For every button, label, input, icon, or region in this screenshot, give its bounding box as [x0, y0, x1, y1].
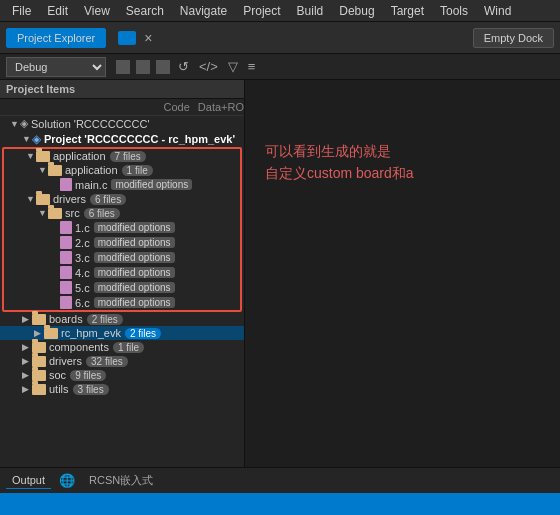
boards-label: boards [49, 313, 83, 325]
secondary-toolbar: Debug ↺ </> ▽ ≡ [0, 54, 560, 80]
file-1c-tag: modified options [94, 222, 175, 233]
solution-item[interactable]: ▼ ◈ Solution 'RCCCCCCCC' [0, 116, 244, 131]
components-badge: 1 file [113, 342, 144, 353]
application-badge: 7 files [110, 151, 146, 162]
src-label: src [65, 207, 80, 219]
src-arrow: ▼ [38, 208, 48, 218]
soc-label: soc [49, 369, 66, 381]
toolbar: Project Explorer × Empty Dock [0, 22, 560, 54]
drivers2-folder-icon [32, 356, 46, 367]
drivers-folder-icon [36, 194, 50, 205]
output-tab[interactable]: Output [6, 472, 51, 489]
menu-project[interactable]: Project [235, 2, 288, 20]
components-folder-icon [32, 342, 46, 353]
components-arrow: ▶ [22, 342, 32, 352]
file-1c-item[interactable]: 1.c modified options [4, 220, 240, 235]
project-item[interactable]: ▼ ◈ Project 'RCCCCCCCC - rc_hpm_evk' [0, 131, 244, 147]
rc-folder-icon [44, 328, 58, 339]
file-2c-tag: modified options [94, 237, 175, 248]
boards-arrow: ▶ [22, 314, 32, 324]
main-c-label: main.c [75, 179, 107, 191]
empty-dock-button[interactable]: Empty Dock [473, 28, 554, 48]
annotation-area: 可以看到生成的就是 自定义custom board和a [245, 80, 560, 467]
boards-folder[interactable]: ▶ boards 2 files [0, 312, 244, 326]
menu-edit[interactable]: Edit [39, 2, 76, 20]
close-button[interactable]: × [140, 30, 156, 46]
boards-badge: 2 files [87, 314, 123, 325]
drivers-folder[interactable]: ▼ drivers 6 files [4, 192, 240, 206]
file-1c-label: 1.c [75, 222, 90, 234]
project-explorer-panel: Project Items Code Data+RO ▼ ◈ Solution … [0, 80, 245, 467]
file-tree: ▼ ◈ Solution 'RCCCCCCCC' ▼ ◈ Project 'RC… [0, 116, 244, 467]
drivers2-badge: 32 files [86, 356, 128, 367]
panel-header: Output 🌐 RCSN嵌入式 [0, 467, 560, 493]
annotation-line2: 自定义custom board和a [265, 162, 414, 184]
file-5c-tag: modified options [94, 282, 175, 293]
refresh-icon[interactable]: ↺ [176, 59, 191, 74]
menu-file[interactable]: File [4, 2, 39, 20]
file-6c-icon [60, 296, 72, 309]
utils-arrow: ▶ [22, 384, 32, 394]
menu-search[interactable]: Search [118, 2, 172, 20]
menu-wind[interactable]: Wind [476, 2, 519, 20]
app-sub-label: application [65, 164, 118, 176]
application-folder[interactable]: ▼ application 7 files [4, 149, 240, 163]
file-3c-item[interactable]: 3.c modified options [4, 250, 240, 265]
annotation-text: 可以看到生成的就是 自定义custom board和a [265, 140, 414, 185]
drivers-badge: 6 files [90, 194, 126, 205]
file-2c-item[interactable]: 2.c modified options [4, 235, 240, 250]
src-badge: 6 files [84, 208, 120, 219]
components-folder[interactable]: ▶ components 1 file [0, 340, 244, 354]
drivers-arrow: ▼ [26, 194, 36, 204]
rc-arrow: ▶ [34, 328, 44, 338]
application-arrow: ▼ [26, 151, 36, 161]
menu-target[interactable]: Target [383, 2, 432, 20]
main-c-item[interactable]: main.c modified options [4, 177, 240, 192]
filter-icon[interactable]: ▽ [226, 59, 240, 74]
debug-select[interactable]: Debug [6, 57, 106, 77]
menu-debug[interactable]: Debug [331, 2, 382, 20]
menu-icon[interactable]: ≡ [246, 59, 258, 74]
project-label: Project 'RCCCCCCCC - rc_hpm_evk' [44, 133, 235, 145]
rcsn-tab[interactable]: RCSN嵌入式 [83, 471, 159, 490]
soc-folder-icon [32, 370, 46, 381]
dataro-column-header: Data+RO [198, 101, 244, 113]
app-sub-badge: 1 file [122, 165, 153, 176]
annotation-line1: 可以看到生成的就是 [265, 140, 414, 162]
drivers2-folder[interactable]: ▶ drivers 32 files [0, 354, 244, 368]
drivers2-label: drivers [49, 355, 82, 367]
file-6c-item[interactable]: 6.c modified options [4, 295, 240, 310]
application-label: application [53, 150, 106, 162]
menu-view[interactable]: View [76, 2, 118, 20]
file-4c-tag: modified options [94, 267, 175, 278]
code-icon[interactable]: </> [197, 59, 220, 74]
main-c-icon [60, 178, 72, 191]
rc-hpm-evk-item[interactable]: ▶ rc_hpm_evk 2 files [0, 326, 244, 340]
src-folder[interactable]: ▼ src 6 files [4, 206, 240, 220]
file-5c-icon [60, 281, 72, 294]
project-explorer-tab[interactable]: Project Explorer [6, 28, 106, 48]
solution-arrow: ▼ [10, 119, 20, 129]
boards-folder-icon [32, 314, 46, 325]
file-3c-tag: modified options [94, 252, 175, 263]
file-3c-icon [60, 251, 72, 264]
utils-folder[interactable]: ▶ utils 3 files [0, 382, 244, 396]
drivers-label: drivers [53, 193, 86, 205]
file-4c-icon [60, 266, 72, 279]
file-2c-label: 2.c [75, 237, 90, 249]
src-folder-icon [48, 208, 62, 219]
file-3c-label: 3.c [75, 252, 90, 264]
menu-navigate[interactable]: Navigate [172, 2, 235, 20]
menu-tools[interactable]: Tools [432, 2, 476, 20]
explorer-header: Project Items [0, 80, 244, 99]
file-2c-icon [60, 236, 72, 249]
column-headers: Code Data+RO [0, 99, 244, 116]
app-sub-arrow: ▼ [38, 165, 48, 175]
utils-label: utils [49, 383, 69, 395]
drivers2-arrow: ▶ [22, 356, 32, 366]
soc-folder[interactable]: ▶ soc 9 files [0, 368, 244, 382]
file-5c-item[interactable]: 5.c modified options [4, 280, 240, 295]
file-4c-item[interactable]: 4.c modified options [4, 265, 240, 280]
application-sub-folder[interactable]: ▼ application 1 file [4, 163, 240, 177]
menu-build[interactable]: Build [289, 2, 332, 20]
